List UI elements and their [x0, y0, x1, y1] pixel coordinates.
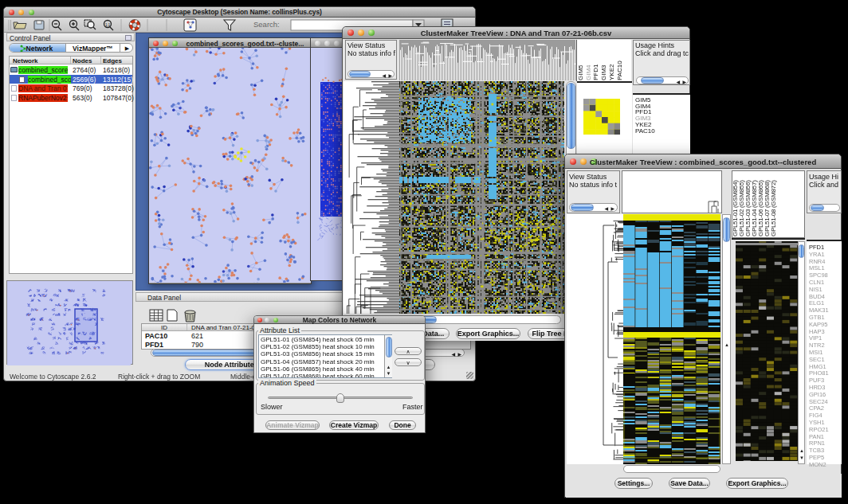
svg-text:Search:: Search: [253, 20, 280, 29]
svg-text:1:1: 1:1 [105, 23, 111, 27]
